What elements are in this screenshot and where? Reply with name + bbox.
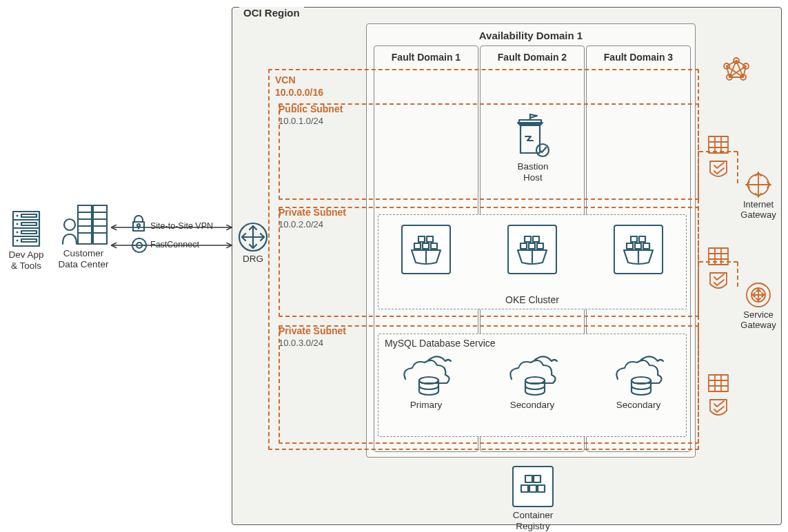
mysql-node-icon — [505, 354, 560, 398]
fastconnect-icon — [131, 237, 148, 254]
public-subnet-cidr: 10.0.1.0/24 — [279, 116, 343, 127]
svg-rect-35 — [418, 236, 425, 242]
svg-rect-45 — [537, 243, 543, 249]
private-subnet-1-name: Private Subnet — [279, 207, 346, 219]
vcn-cidr: 10.0.0.0/16 — [275, 87, 323, 98]
oke-node-icon — [507, 225, 557, 274]
svg-rect-38 — [423, 243, 429, 249]
svg-rect-12 — [78, 205, 92, 244]
fastconnect-label: FastConnect — [150, 240, 199, 249]
svg-rect-50 — [635, 243, 641, 249]
dev-app-label: Dev App & Tools — [4, 249, 48, 271]
svg-rect-57 — [534, 475, 541, 482]
svg-rect-47 — [631, 236, 637, 242]
svg-rect-59 — [529, 485, 536, 492]
svg-point-28 — [137, 243, 142, 248]
svg-point-34 — [536, 144, 549, 156]
mysql-node-3-label: Secondary — [604, 400, 673, 411]
mysql-node-1-label: Primary — [392, 400, 461, 411]
bastion-host-label: Bastion Host — [509, 161, 557, 183]
service-gateway-label: Service Gateway — [739, 310, 778, 331]
svg-rect-56 — [525, 475, 532, 482]
private-subnet-2-cidr: 10.0.3.0/24 — [279, 338, 346, 349]
svg-rect-60 — [538, 485, 545, 492]
svg-rect-92 — [709, 375, 728, 391]
service-gateway-icon — [745, 281, 772, 309]
svg-rect-51 — [643, 243, 649, 249]
svg-rect-48 — [639, 236, 645, 242]
svg-rect-39 — [431, 243, 437, 249]
mysql-node-icon — [398, 354, 454, 398]
svg-rect-7 — [21, 223, 37, 225]
svg-rect-9 — [21, 231, 37, 234]
drg-label: DRG — [236, 254, 270, 265]
data-center-icon — [57, 204, 110, 247]
drg-icon — [238, 222, 268, 252]
gateway-connectors — [699, 69, 740, 310]
server-rack-icon — [7, 209, 46, 248]
mysql-node-2-label: Secondary — [498, 400, 567, 411]
vpn-label: Site-to-Site VPN — [150, 221, 213, 231]
svg-rect-41 — [525, 236, 531, 242]
vcn-label: VCN — [275, 74, 296, 85]
internet-gateway-label: Internet Gateway — [739, 200, 778, 221]
fault-domain-1-title: Fault Domain 1 — [374, 46, 478, 67]
public-subnet-name: Public Subnet — [279, 103, 343, 116]
svg-point-6 — [17, 223, 19, 225]
svg-rect-42 — [533, 236, 539, 242]
svg-rect-49 — [627, 243, 633, 249]
fault-domain-2-title: Fault Domain 2 — [481, 46, 584, 67]
region-title: OCI Region — [239, 7, 304, 19]
route-security-icon — [705, 374, 732, 423]
customer-data-center-label: Customer Data Center — [54, 248, 113, 269]
private-subnet-2-name: Private Subnet — [279, 325, 346, 338]
oke-node-icon — [614, 225, 663, 274]
svg-rect-5 — [21, 214, 37, 217]
svg-rect-36 — [427, 236, 433, 242]
svg-point-10 — [17, 240, 19, 242]
svg-rect-43 — [521, 243, 527, 249]
container-registry-icon — [512, 466, 554, 507]
svg-rect-37 — [414, 243, 421, 249]
oke-cluster-title: OKE Cluster — [378, 294, 687, 305]
container-registry-label: Container Registry — [509, 510, 557, 531]
svg-rect-44 — [529, 243, 535, 249]
svg-rect-58 — [521, 485, 528, 492]
private-subnet-1-cidr: 10.0.2.0/24 — [279, 219, 346, 230]
mysql-node-icon — [611, 354, 666, 398]
bastion-host-icon — [512, 113, 554, 160]
internet-gateway-icon — [745, 171, 772, 198]
availability-domain-title: Availability Domain 1 — [367, 24, 695, 44]
lock-icon — [131, 215, 146, 233]
svg-point-8 — [17, 232, 19, 234]
svg-rect-13 — [93, 205, 107, 244]
svg-point-4 — [17, 215, 19, 217]
fault-domain-3-title: Fault Domain 3 — [587, 46, 690, 67]
mysql-title: MySQL Database Service — [385, 338, 496, 349]
svg-rect-11 — [21, 239, 37, 242]
svg-point-18 — [64, 219, 75, 230]
oke-node-icon — [401, 225, 451, 274]
